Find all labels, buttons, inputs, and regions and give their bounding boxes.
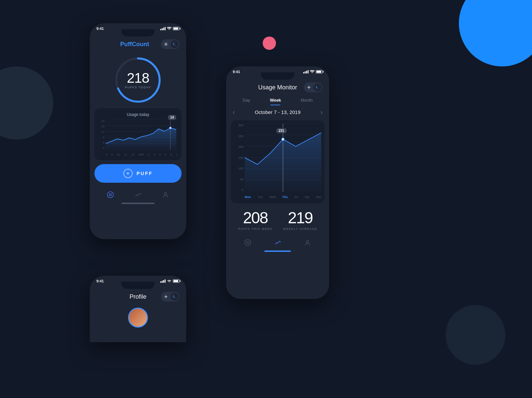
bottom-nav-monitor bbox=[226, 235, 329, 250]
sun-icon-profile bbox=[164, 295, 168, 299]
chart-nav-icon bbox=[134, 191, 142, 198]
sun-btn-monitor[interactable] bbox=[305, 83, 313, 91]
stat2-number: 219 bbox=[283, 210, 318, 226]
date-nav: ‹ October 7 - 13, 2019 › bbox=[226, 105, 329, 119]
svg-line-9 bbox=[165, 43, 165, 43]
svg-point-22 bbox=[169, 127, 171, 129]
phone-profile: 9:41 Profile bbox=[90, 276, 186, 342]
theme-toggle-monitor[interactable] bbox=[304, 82, 323, 92]
x-label-fri: Fri bbox=[294, 195, 298, 199]
plus-icon: + bbox=[123, 169, 133, 178]
svg-point-44 bbox=[245, 240, 251, 246]
app-name-blue: Count bbox=[132, 41, 149, 48]
phone-monitor: 9:41 Usage Monitor bbox=[226, 66, 329, 299]
monitor-chart-area: 300 250 200 150 100 50 0 bbox=[234, 124, 321, 200]
sun-btn-main[interactable] bbox=[162, 40, 170, 48]
notch-monitor bbox=[261, 72, 294, 80]
chart-tooltip-main: 14 bbox=[168, 115, 176, 120]
home-indicator-main bbox=[121, 203, 155, 204]
svg-point-23 bbox=[107, 192, 113, 198]
profile-nav-icon-monitor bbox=[304, 239, 311, 246]
status-time-main: 9:41 bbox=[96, 27, 104, 31]
line-chart-svg bbox=[106, 120, 178, 149]
stat-puffs-week: 208 PUFFS THIS WEEK bbox=[238, 210, 273, 231]
monitor-header: Usage Monitor bbox=[226, 80, 329, 95]
svg-rect-0 bbox=[160, 29, 161, 30]
monitor-y-labels: 300 250 200 150 100 50 0 bbox=[234, 124, 243, 192]
nav-home-main[interactable] bbox=[106, 190, 115, 199]
home-nav-icon-monitor bbox=[244, 239, 251, 246]
status-icons-main bbox=[160, 27, 180, 30]
bg-circle-left bbox=[0, 66, 53, 140]
date-range-text: October 7 - 13, 2019 bbox=[255, 109, 301, 115]
usage-today-chart: Usage today 20 16 12 8 4 0 bbox=[94, 108, 182, 160]
svg-rect-49 bbox=[163, 280, 164, 283]
prev-date-btn[interactable]: ‹ bbox=[233, 109, 235, 116]
tab-month[interactable]: Month bbox=[301, 98, 313, 105]
monitor-chart-card: 300 250 200 150 100 50 0 bbox=[231, 120, 325, 203]
nav-chart-main[interactable] bbox=[133, 190, 143, 199]
wifi-icon-monitor bbox=[310, 70, 315, 73]
bg-circle-right-blue bbox=[459, 0, 532, 66]
sun-btn-profile[interactable] bbox=[162, 293, 170, 301]
avatar-placeholder bbox=[128, 308, 148, 328]
puff-btn-label: PUFF bbox=[137, 171, 153, 176]
wifi-icon-profile bbox=[167, 279, 172, 283]
tab-day[interactable]: Day bbox=[243, 98, 250, 105]
moon-btn-main[interactable] bbox=[171, 40, 179, 48]
theme-toggle-profile[interactable] bbox=[161, 292, 180, 302]
x-label-wed: Wed bbox=[269, 195, 275, 199]
puffs-today-number: 218 bbox=[125, 71, 151, 85]
notch-main bbox=[121, 29, 155, 37]
svg-point-46 bbox=[307, 241, 309, 243]
battery-icon bbox=[173, 27, 180, 30]
bg-circle-pink bbox=[263, 37, 276, 50]
sun-icon bbox=[164, 42, 168, 46]
chart-title-main: Usage today bbox=[98, 112, 178, 117]
stat1-number: 208 bbox=[238, 210, 273, 226]
moon-icon-monitor bbox=[316, 85, 320, 89]
next-date-btn[interactable]: › bbox=[321, 109, 323, 116]
signal-icon bbox=[160, 27, 166, 30]
monitor-line-chart bbox=[245, 124, 321, 192]
battery-icon-monitor bbox=[316, 70, 323, 73]
tooltip-value-main: 14 bbox=[170, 116, 174, 119]
nav-profile-main[interactable] bbox=[161, 190, 170, 199]
profile-title: Profile bbox=[115, 293, 161, 300]
svg-point-43 bbox=[282, 138, 284, 141]
svg-point-45 bbox=[247, 242, 249, 244]
sun-icon-monitor bbox=[307, 85, 311, 89]
home-indicator-monitor bbox=[264, 250, 291, 252]
app-title: PuffCount bbox=[120, 41, 149, 48]
svg-line-11 bbox=[167, 43, 167, 43]
app-name-white: Puff bbox=[120, 41, 132, 48]
svg-rect-48 bbox=[162, 281, 163, 283]
chart-svg-container: 14 bbox=[106, 120, 178, 149]
svg-line-12 bbox=[165, 45, 165, 46]
x-label-mon: Mon bbox=[245, 195, 251, 199]
moon-btn-monitor[interactable] bbox=[314, 83, 322, 91]
nav-profile-monitor[interactable] bbox=[303, 238, 312, 247]
monitor-svg-container: 231 bbox=[245, 124, 321, 192]
svg-rect-3 bbox=[165, 27, 166, 30]
puff-button[interactable]: + PUFF bbox=[94, 164, 182, 183]
svg-rect-26 bbox=[303, 72, 304, 73]
stats-row: 208 PUFFS THIS WEEK 219 WEEKLY AVERAGE bbox=[226, 205, 329, 233]
svg-rect-1 bbox=[162, 28, 163, 30]
notch-profile bbox=[121, 282, 155, 289]
svg-rect-47 bbox=[160, 281, 161, 283]
moon-icon bbox=[173, 42, 177, 46]
nav-chart-monitor[interactable] bbox=[273, 238, 282, 247]
bottom-nav-main bbox=[90, 187, 186, 203]
nav-home-monitor[interactable] bbox=[243, 238, 252, 247]
svg-point-24 bbox=[109, 194, 111, 196]
monitor-x-labels: Mon Tue Wed Thu Fri Sat Sun bbox=[245, 195, 321, 199]
chart-nav-icon-monitor bbox=[274, 239, 281, 246]
wifi-icon bbox=[167, 27, 172, 30]
phone-main: 9:41 PuffCount bbox=[90, 23, 186, 239]
moon-btn-profile[interactable] bbox=[171, 293, 179, 301]
tab-week[interactable]: Week bbox=[270, 98, 281, 105]
theme-toggle-main[interactable] bbox=[161, 39, 180, 49]
svg-rect-50 bbox=[165, 279, 166, 283]
profile-nav-icon bbox=[162, 191, 169, 198]
